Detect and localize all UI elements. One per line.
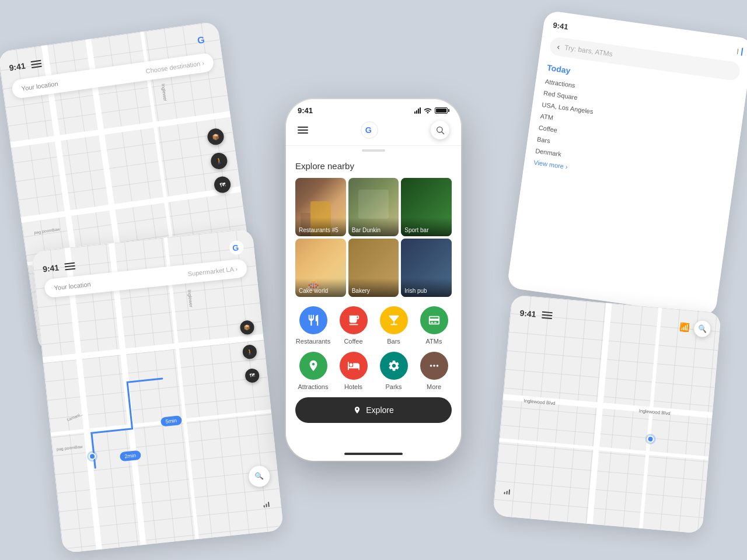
svg-line-6: [442, 132, 444, 134]
atms-label: ATMs: [426, 338, 442, 345]
svg-point-9: [436, 365, 438, 367]
place-card-bakery[interactable]: Bakery: [348, 239, 399, 297]
phone-main: 9:41: [286, 99, 461, 461]
category-restaurants[interactable]: Restaurants: [295, 306, 331, 345]
search-icon: [435, 125, 445, 135]
card-bl-location: Your location: [54, 281, 91, 292]
card-tr-time: 9:41: [553, 20, 569, 31]
coffee-icon: [340, 306, 368, 334]
coffee-label: Coffee: [344, 338, 362, 345]
phone-content: Explore nearby Restaurants #5 Bar Dunkin: [286, 152, 461, 447]
status-time: 9:41: [298, 106, 313, 115]
category-bars[interactable]: Bars: [376, 306, 411, 345]
history-item-6: Bars: [536, 135, 588, 149]
explore-button[interactable]: Explore: [295, 397, 452, 423]
card-bl-dest: Supermarket LA ›: [187, 265, 238, 278]
card-tl-location: Your location: [21, 80, 58, 92]
category-atms[interactable]: ATMs: [416, 306, 452, 345]
category-row-1: Restaurants Coffee Bars: [295, 306, 452, 345]
place-card-sportbar[interactable]: Sport bar: [401, 178, 452, 236]
explore-pin-icon: [353, 406, 361, 414]
history-item-7: Denmark: [535, 147, 587, 161]
status-icons: [414, 107, 449, 115]
explore-button-label: Explore: [366, 405, 393, 415]
history-item-2: Red Square: [543, 89, 595, 103]
place-card-bardunkin[interactable]: Bar Dunkin: [348, 178, 399, 236]
hotels-icon: [340, 352, 368, 380]
category-hotels[interactable]: Hotels: [336, 352, 371, 390]
card-br-menu[interactable]: [542, 312, 553, 320]
parks-label: Parks: [385, 383, 402, 390]
history-view-more[interactable]: View more ›: [533, 159, 585, 173]
card-bl-menu[interactable]: [64, 262, 75, 271]
google-logo-main: G: [360, 121, 379, 139]
place-label-irishpub: Irish pub: [401, 278, 452, 297]
place-card-irishpub[interactable]: Irish pub: [401, 239, 452, 297]
search-button[interactable]: [431, 121, 449, 139]
card-tl-dest: Choose destination ›: [145, 60, 205, 75]
restaurants-label: Restaurants: [296, 338, 330, 345]
category-coffee[interactable]: Coffee: [336, 306, 371, 345]
home-bar: [344, 453, 403, 455]
history-item-4: ATM: [540, 113, 592, 127]
signal-icon: [414, 107, 421, 114]
category-more[interactable]: More: [416, 352, 452, 390]
map-card-bottom-right: Inglewood Blvd Inglewood Blvd 9:41 📶 🔍: [493, 295, 721, 534]
attractions-label: Attractions: [298, 383, 329, 390]
card-tr-search-placeholder: Try: bars, ATMs: [564, 43, 613, 58]
battery-icon: [435, 107, 449, 114]
card-tl-time: 9:41: [9, 61, 26, 73]
svg-point-7: [430, 365, 432, 367]
place-grid: Restaurants #5 Bar Dunkin Sport bar 🎂 Ca…: [295, 178, 452, 297]
more-icon: [420, 352, 448, 380]
category-parks[interactable]: Parks: [376, 352, 411, 390]
svg-text:G: G: [197, 34, 205, 46]
place-card-restaurants5[interactable]: Restaurants #5: [295, 178, 346, 236]
google-logo-tl: G: [196, 32, 211, 47]
attractions-icon: [299, 352, 327, 380]
hotels-label: Hotels: [344, 383, 362, 390]
wifi-icon: [424, 107, 432, 115]
restaurants-icon: [299, 306, 327, 334]
bars-icon: [380, 306, 408, 334]
toolbar: G: [286, 115, 461, 146]
history-item-3: USA, Los Angeles: [542, 101, 594, 115]
svg-text:G: G: [365, 125, 372, 135]
place-label-cakeworld: Cake world: [295, 278, 346, 297]
card-br-time: 9:41: [519, 308, 536, 318]
more-label: More: [427, 383, 441, 390]
bars-label: Bars: [387, 338, 400, 345]
hamburger-menu-button[interactable]: [298, 127, 308, 134]
status-bar: 9:41: [286, 99, 461, 115]
svg-text:G: G: [232, 243, 239, 253]
category-attractions[interactable]: Attractions: [295, 352, 331, 390]
parks-icon: [380, 352, 408, 380]
atms-icon: [420, 306, 448, 334]
place-label-sportbar: Sport bar: [401, 218, 452, 236]
place-label-bardunkin: Bar Dunkin: [348, 218, 399, 236]
place-card-cakeworld[interactable]: 🎂 Cake world: [295, 239, 346, 297]
card-tl-menu[interactable]: [31, 60, 42, 68]
map-card-bottom-left: Inglewer pag poomBaw Lamanl... 📦 🚶 🗺 2mi…: [32, 229, 284, 554]
card-bl-time: 9:41: [42, 263, 60, 274]
google-logo-bl: G: [228, 239, 246, 257]
category-row-2: Attractions Hotels Parks: [295, 352, 452, 390]
explore-nearby-title: Explore nearby: [295, 161, 452, 171]
history-item-1: Attractions: [544, 78, 596, 92]
home-indicator: [286, 447, 461, 461]
svg-point-8: [433, 365, 435, 367]
history-item-5: Coffee: [538, 124, 590, 138]
place-label-bakery: Bakery: [348, 278, 399, 297]
map-card-top-right: 9:41 | ‹ Try: bars, ATMs Today Attractio…: [507, 10, 747, 316]
place-label-restaurants5: Restaurants #5: [295, 218, 346, 236]
